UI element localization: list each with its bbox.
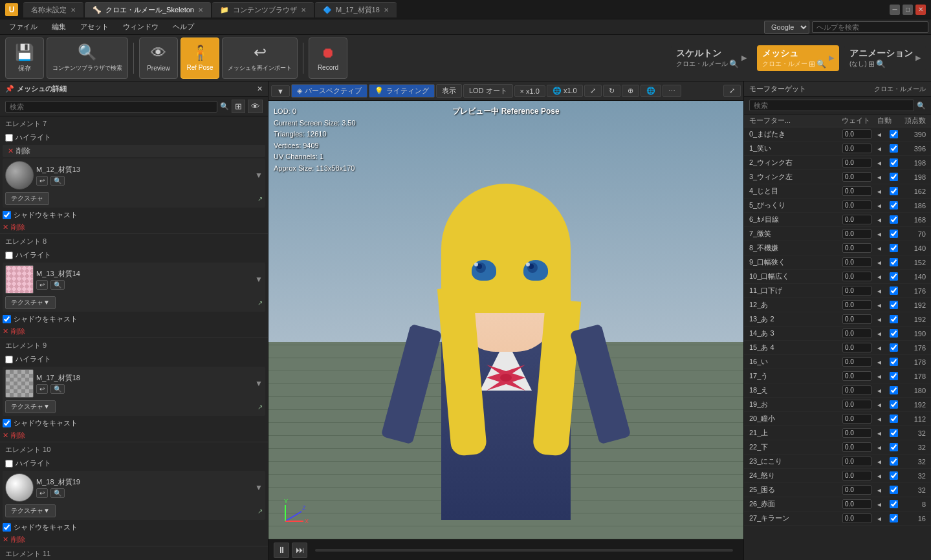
morph-weight-15[interactable] [842, 343, 871, 352]
record-button[interactable]: ⏺ Record [309, 38, 347, 79]
morph-weight-10[interactable] [842, 272, 871, 281]
morph-weight-11[interactable] [842, 286, 871, 296]
texture-btn-9[interactable]: テクスチャ▼ [5, 400, 56, 413]
tab-close-unnamed[interactable]: ✕ [71, 6, 76, 14]
expand-btn-9[interactable]: ▼ [255, 379, 263, 388]
delete-section-9[interactable]: ✕ 削除 [0, 429, 268, 442]
morph-auto-checkbox-8[interactable] [890, 244, 898, 252]
morph-weight-13[interactable] [842, 314, 871, 324]
morph-weight-22[interactable] [842, 442, 871, 452]
morph-auto-checkbox-18[interactable] [890, 386, 898, 394]
menu-help[interactable]: ヘルプ [166, 21, 201, 33]
tab-content-browser[interactable]: 📁 コンテンツブラウザ ✕ [212, 2, 314, 17]
vp-move-btn[interactable]: ⤢ [584, 85, 602, 97]
vp-scale-btn[interactable]: ⊕ [622, 85, 639, 97]
material-back-btn-9[interactable]: ↩ [36, 384, 48, 394]
tab-unnamed[interactable]: 名称未設定 ✕ [23, 2, 83, 17]
vp-lod-btn[interactable]: LOD オート [463, 84, 513, 98]
close-button[interactable]: ✕ [915, 5, 926, 15]
morph-search-input[interactable] [749, 100, 914, 111]
vp-x1-btn-2[interactable]: 🌐 x1.0 [547, 85, 583, 97]
morph-auto-checkbox-19[interactable] [890, 400, 898, 409]
morph-auto-checkbox-23[interactable] [890, 457, 898, 466]
shadow-checkbox-7[interactable] [3, 211, 11, 219]
maximize-button[interactable]: □ [903, 5, 913, 15]
morph-auto-checkbox-4[interactable] [890, 187, 898, 195]
minimize-button[interactable]: ─ [890, 5, 900, 15]
morph-weight-23[interactable] [842, 457, 871, 466]
morph-auto-checkbox-17[interactable] [890, 372, 898, 380]
morph-weight-2[interactable] [842, 158, 871, 167]
menu-asset[interactable]: アセット [74, 21, 115, 33]
morph-auto-checkbox-10[interactable] [890, 272, 898, 281]
material-back-btn-8[interactable]: ↩ [36, 280, 48, 290]
highlight-checkbox-9[interactable] [5, 356, 13, 363]
morph-weight-4[interactable] [842, 186, 871, 196]
vp-lighting-btn[interactable]: 💡 ライティング [369, 84, 435, 98]
morph-weight-6[interactable] [842, 215, 871, 224]
morph-weight-16[interactable] [842, 357, 871, 367]
morph-auto-checkbox-7[interactable] [890, 230, 898, 238]
expand-btn-10[interactable]: ▼ [255, 483, 263, 492]
save-button[interactable]: 💾 保存 [5, 38, 44, 79]
tab-close-skeleton[interactable]: ✕ [198, 6, 203, 14]
menu-edit[interactable]: 編集 [45, 21, 72, 33]
tab-close-browser[interactable]: ✕ [301, 6, 306, 14]
tab-skeleton[interactable]: 🦴 クロエ・ルメール_Skeleton ✕ [85, 2, 211, 17]
morph-auto-checkbox-22[interactable] [890, 443, 898, 451]
vp-dropdown-btn[interactable]: ▼ [271, 85, 290, 97]
vp-world-btn[interactable]: 🌐 [641, 85, 661, 97]
viewport[interactable]: LOD: 0 Current Screen Size: 3.50 Triangl… [268, 101, 743, 539]
shadow-checkbox-9[interactable] [3, 419, 11, 427]
expand-btn-7[interactable]: ▼ [255, 171, 263, 180]
morph-weight-1[interactable] [842, 144, 871, 153]
morph-auto-checkbox-2[interactable] [890, 158, 898, 167]
vp-perspective-btn[interactable]: ◈ パースペクティブ [291, 84, 367, 98]
vp-rotate-btn[interactable]: ↻ [603, 85, 620, 97]
delete-section-10[interactable]: ✕ 削除 [0, 533, 268, 546]
morph-weight-20[interactable] [842, 414, 871, 424]
menu-window[interactable]: ウィンドウ [116, 21, 165, 33]
shadow-checkbox-10[interactable] [3, 523, 11, 532]
mesh-section[interactable]: メッシュ クロエ・ルメー ⊞ 🔍 ▶ [757, 45, 839, 71]
morph-weight-21[interactable] [842, 428, 871, 438]
preview-button[interactable]: 👁 Preview [139, 38, 178, 79]
tab-close-material[interactable]: ✕ [384, 6, 389, 14]
search-provider-dropdown[interactable]: Google [764, 21, 809, 34]
highlight-checkbox-7[interactable] [5, 134, 13, 142]
view-toggle-button[interactable]: ⊞ [232, 100, 245, 113]
morph-auto-checkbox-26[interactable] [890, 500, 898, 508]
vp-max-btn[interactable]: ⤢ [723, 85, 741, 97]
material-back-btn-10[interactable]: ↩ [36, 488, 48, 498]
morph-weight-26[interactable] [842, 499, 871, 509]
refpose-button[interactable]: 🧍 Ref Pose [181, 38, 219, 79]
highlight-checkbox-10[interactable] [5, 460, 13, 468]
morph-weight-27[interactable] [842, 513, 871, 523]
morph-weight-17[interactable] [842, 371, 871, 381]
left-panel-search-input[interactable] [5, 101, 217, 113]
material-search-btn-7[interactable]: 🔍 [50, 176, 65, 186]
filter-button[interactable]: 👁 [248, 100, 263, 113]
search-content-button[interactable]: 🔍 コンテンツブラウザで検索 [47, 38, 128, 79]
morph-auto-checkbox-6[interactable] [890, 215, 898, 224]
morph-weight-25[interactable] [842, 485, 871, 495]
left-panel-close-icon[interactable]: ✕ [257, 85, 263, 93]
morph-auto-checkbox-9[interactable] [890, 258, 898, 266]
texture-btn-10[interactable]: テクスチャ▼ [5, 504, 56, 517]
morph-auto-checkbox-25[interactable] [890, 486, 898, 494]
morph-auto-checkbox-27[interactable] [890, 514, 898, 522]
morph-auto-checkbox-13[interactable] [890, 315, 898, 323]
morph-weight-3[interactable] [842, 172, 871, 182]
material-search-btn-10[interactable]: 🔍 [50, 488, 65, 498]
delete-section-7[interactable]: ✕ 削除 [0, 221, 268, 233]
shadow-checkbox-8[interactable] [3, 315, 11, 323]
vp-extra-btn[interactable]: ⋯ [663, 85, 681, 97]
highlight-checkbox-8[interactable] [5, 252, 13, 259]
texture-btn-7[interactable]: テクスチャ [5, 192, 49, 205]
material-back-btn-7[interactable]: ↩ [36, 176, 48, 186]
vp-view-btn[interactable]: 表示 [436, 84, 462, 98]
tab-material[interactable]: 🔷 M_17_材質18 ✕ [315, 2, 397, 17]
morph-weight-0[interactable] [842, 129, 871, 139]
morph-auto-checkbox-15[interactable] [890, 343, 898, 352]
morph-auto-checkbox-24[interactable] [890, 471, 898, 480]
